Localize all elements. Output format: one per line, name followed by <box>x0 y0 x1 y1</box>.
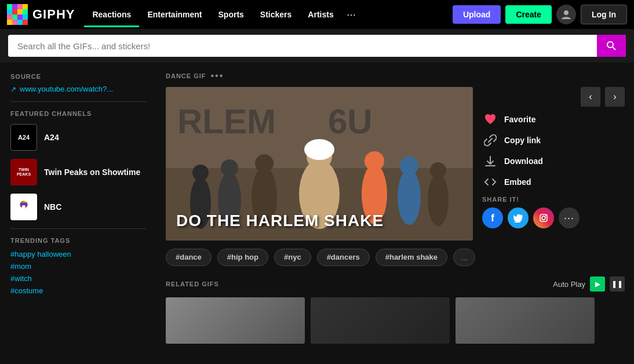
trending-tag-1[interactable]: #mom <box>10 262 146 271</box>
related-gif-2[interactable] <box>456 297 595 344</box>
channel-thumb-a24: A24 <box>10 124 37 151</box>
related-gif-1[interactable] <box>311 297 450 344</box>
svg-rect-3 <box>23 4 28 9</box>
svg-point-43 <box>400 156 418 175</box>
instagram-share-button[interactable] <box>533 208 554 228</box>
svg-rect-14 <box>17 20 23 25</box>
nav-item-artists[interactable]: Artists <box>300 2 341 27</box>
svg-point-32 <box>192 165 209 181</box>
channel-thumb-nbc <box>10 194 37 220</box>
share-buttons: f ··· <box>482 208 625 228</box>
embed-label: Embed <box>504 177 531 187</box>
tag-chip-0[interactable]: #dance <box>166 249 212 266</box>
download-button[interactable]: Download <box>482 151 625 172</box>
gif-title-text: DO THE HARLEM SHAKE <box>176 212 384 230</box>
search-button[interactable] <box>597 35 626 57</box>
upload-button[interactable]: Upload <box>453 5 501 24</box>
channel-item-a24[interactable]: A24 A24 <box>10 124 146 151</box>
search-input[interactable] <box>8 35 597 57</box>
nav-item-entertainment[interactable]: Entertainment <box>139 2 210 27</box>
copy-link-label: Copy link <box>504 136 541 145</box>
channel-name-a24: A24 <box>44 133 59 142</box>
logo[interactable]: GIPHY <box>7 4 75 25</box>
svg-rect-12 <box>7 20 12 25</box>
gif-area-wrap: RLEM 6U <box>166 87 625 241</box>
svg-rect-1 <box>12 4 17 9</box>
gif-options-button[interactable]: ••• <box>211 71 224 81</box>
trending-tags-title: TRENDING TAGS <box>10 237 146 244</box>
tags-more-button[interactable]: ... <box>453 249 475 266</box>
related-gifs-header: RELATED GIFS Auto Play ▶ ❚❚ <box>166 276 625 292</box>
svg-point-44 <box>428 174 449 226</box>
svg-rect-11 <box>23 14 28 20</box>
sidebar-divider-2 <box>10 228 146 229</box>
nav-item-sports[interactable]: Sports <box>210 2 252 27</box>
user-avatar[interactable] <box>556 5 576 24</box>
tag-chip-2[interactable]: #nyc <box>274 249 311 266</box>
trending-tag-3[interactable]: #costume <box>10 286 146 295</box>
more-share-button[interactable]: ··· <box>559 208 580 228</box>
next-gif-button[interactable]: › <box>605 87 625 107</box>
twitter-share-button[interactable] <box>508 208 529 228</box>
autoplay-label: Auto Play <box>553 280 585 289</box>
instagram-icon <box>539 213 548 223</box>
create-button[interactable]: Create <box>505 5 552 24</box>
logo-text: GIPHY <box>32 7 75 22</box>
autoplay-play-button[interactable]: ▶ <box>590 276 605 292</box>
tag-chip-1[interactable]: #hip hop <box>217 249 268 266</box>
embed-button[interactable]: Embed <box>482 172 625 192</box>
source-title: SOURCE <box>10 73 146 80</box>
login-button[interactable]: Log In <box>581 5 627 24</box>
main-layout: SOURCE ↗ www.youtube.com/watch?... FEATU… <box>0 63 634 364</box>
embed-icon <box>482 174 498 190</box>
giphy-logo-icon <box>7 4 28 25</box>
channel-item-nbc[interactable]: NBC <box>10 194 146 220</box>
svg-rect-15 <box>23 20 28 25</box>
related-gifs-title: RELATED GIFS <box>166 281 219 287</box>
svg-point-48 <box>545 215 546 216</box>
autoplay-pause-button[interactable]: ❚❚ <box>610 276 625 292</box>
trending-tag-2[interactable]: #witch <box>10 274 146 283</box>
facebook-share-button[interactable]: f <box>482 208 503 228</box>
source-link[interactable]: ↗ www.youtube.com/watch?... <box>10 85 146 93</box>
download-icon <box>482 153 498 169</box>
nav-item-reactions[interactable]: Reactions <box>84 2 139 27</box>
svg-rect-7 <box>23 9 28 14</box>
svg-point-42 <box>398 169 421 225</box>
nav-more-button[interactable]: ⋯ <box>342 1 360 28</box>
header: GIPHY Reactions Entertainment Sports Sti… <box>0 0 634 29</box>
channel-item-twinpeaks[interactable]: TWINPEAKS Twin Peaks on Showtime <box>10 159 146 185</box>
tag-chip-3[interactable]: #dancers <box>317 249 370 266</box>
autoplay-control: Auto Play ▶ ❚❚ <box>553 276 625 292</box>
svg-rect-10 <box>17 14 23 20</box>
copy-link-button[interactable]: Copy link <box>482 130 625 151</box>
tag-chip-4[interactable]: #harlem shake <box>376 249 447 266</box>
heart-icon <box>482 111 498 128</box>
search-icon <box>606 41 617 51</box>
gif-label: DANCE GIF <box>166 72 206 79</box>
channel-name-twinpeaks: Twin Peaks on Showtime <box>44 168 140 177</box>
nbc-logo-icon <box>13 196 34 217</box>
prev-gif-button[interactable]: ‹ <box>581 87 600 107</box>
gif-meta-bar: DANCE GIF ••• <box>166 71 625 81</box>
svg-rect-6 <box>17 9 23 14</box>
svg-point-45 <box>430 162 446 179</box>
svg-rect-9 <box>12 14 17 20</box>
link-icon: ↗ <box>10 85 16 93</box>
svg-point-34 <box>221 159 238 177</box>
svg-point-16 <box>564 10 569 15</box>
svg-point-47 <box>542 216 545 220</box>
related-gif-0[interactable] <box>166 297 305 344</box>
svg-rect-8 <box>7 14 12 20</box>
nav-item-stickers[interactable]: Stickers <box>252 2 300 27</box>
svg-point-26 <box>22 205 25 209</box>
channel-thumb-twinpeaks: TWINPEAKS <box>10 159 37 185</box>
download-label: Download <box>504 156 543 166</box>
related-gifs-row <box>166 297 625 344</box>
gif-background: RLEM 6U <box>166 87 473 241</box>
twin-abbr: TWINPEAKS <box>17 168 31 177</box>
trending-tag-0[interactable]: #happy halloween <box>10 250 146 259</box>
tags-row: #dance #hip hop #nyc #dancers #harlem sh… <box>166 249 625 266</box>
search-bar <box>0 29 634 63</box>
favorite-button[interactable]: Favorite <box>482 109 625 130</box>
